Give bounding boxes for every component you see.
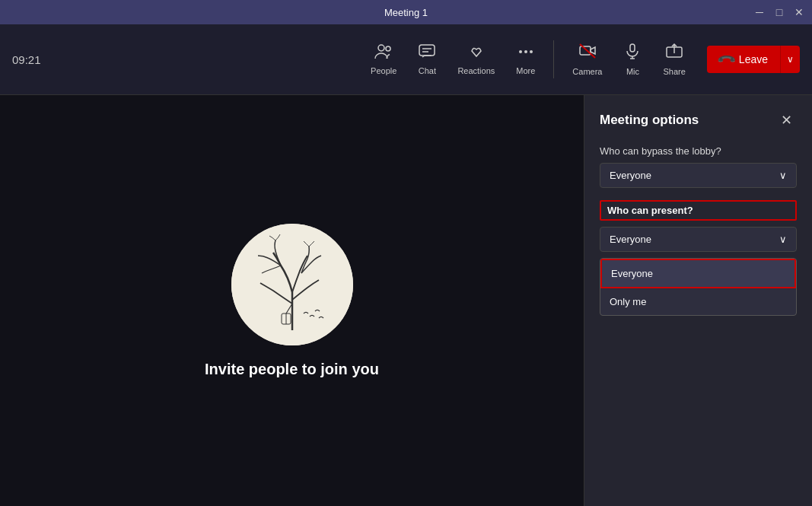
present-chevron-icon: ∨ — [779, 234, 787, 245]
reactions-label: Reactions — [457, 66, 495, 75]
toolbar-center-items: People Chat Reactions — [361, 38, 695, 81]
options-close-button[interactable]: ✕ — [776, 110, 797, 130]
svg-rect-10 — [630, 44, 635, 52]
svg-rect-8 — [580, 46, 591, 55]
maximize-button[interactable]: □ — [772, 5, 786, 19]
svg-point-5 — [519, 50, 522, 53]
invite-text: Invite people to join you — [205, 361, 379, 378]
lobby-value: Everyone — [610, 170, 651, 181]
toolbar-item-mic[interactable]: Mic — [614, 38, 651, 81]
people-label: People — [371, 66, 396, 75]
present-value: Everyone — [610, 234, 651, 245]
share-label: Share — [663, 67, 685, 76]
dropdown-option-everyone[interactable]: Everyone — [600, 259, 796, 288]
toolbar-item-camera[interactable]: Camera — [563, 38, 611, 81]
leave-button-group: 📞 Leave ∨ — [707, 46, 800, 73]
options-panel: Meeting options ✕ Who can bypass the lob… — [584, 95, 812, 506]
lobby-label: Who can bypass the lobby? — [600, 145, 797, 157]
avatar-circle — [231, 224, 353, 345]
window-controls: ─ □ ✕ — [753, 5, 806, 19]
svg-rect-2 — [419, 45, 435, 56]
leave-dropdown-button[interactable]: ∨ — [780, 46, 800, 73]
minimize-button[interactable]: ─ — [753, 5, 766, 19]
lobby-section: Who can bypass the lobby? Everyone ∨ — [600, 145, 797, 188]
toolbar-item-reactions[interactable]: Reactions — [448, 39, 504, 80]
people-icon — [374, 43, 393, 63]
avatar-art — [231, 224, 353, 345]
lobby-select[interactable]: Everyone ∨ — [600, 163, 797, 188]
svg-point-1 — [386, 46, 390, 51]
toolbar-separator — [553, 40, 554, 78]
present-select[interactable]: Everyone ∨ — [600, 227, 797, 252]
toolbar-item-people[interactable]: People — [361, 39, 406, 80]
toolbar-item-chat[interactable]: Chat — [409, 39, 445, 80]
svg-point-7 — [530, 50, 533, 53]
dropdown-option-only-me[interactable]: Only me — [600, 288, 796, 315]
present-dropdown-menu: Everyone Only me — [600, 258, 797, 316]
present-section: Who can present? Everyone ∨ Everyone Onl… — [600, 200, 797, 316]
window-title: Meeting 1 — [384, 7, 428, 18]
mic-icon — [623, 43, 642, 64]
toolbar: 09:21 People — [0, 24, 812, 95]
svg-point-0 — [378, 45, 384, 51]
close-button[interactable]: ✕ — [792, 5, 806, 19]
reactions-icon — [467, 43, 486, 63]
camera-label: Camera — [572, 67, 602, 76]
options-title: Meeting options — [600, 113, 699, 128]
leave-phone-icon: 📞 — [716, 49, 737, 70]
share-icon — [665, 43, 683, 64]
dropdown-option-everyone-label: Everyone — [611, 268, 653, 279]
more-icon — [517, 43, 535, 63]
mic-label: Mic — [626, 67, 639, 76]
dropdown-option-only-me-label: Only me — [610, 296, 646, 307]
camera-icon — [578, 43, 597, 64]
lobby-chevron-icon: ∨ — [779, 170, 787, 181]
svg-point-6 — [524, 50, 527, 53]
chat-icon — [418, 43, 436, 63]
toolbar-item-more[interactable]: More — [507, 39, 544, 80]
leave-button[interactable]: 📞 Leave — [707, 46, 780, 73]
chat-label: Chat — [419, 66, 436, 75]
leave-label: Leave — [739, 53, 768, 65]
meeting-time: 09:21 — [12, 53, 41, 66]
toolbar-item-share[interactable]: Share — [654, 38, 694, 81]
present-label: Who can present? — [600, 200, 797, 221]
more-label: More — [516, 66, 535, 75]
main-area: Invite people to join you Meeting option… — [0, 95, 812, 506]
video-area: Invite people to join you — [0, 95, 584, 506]
title-bar: Meeting 1 ─ □ ✕ — [0, 0, 812, 24]
chevron-down-icon: ∨ — [787, 54, 794, 65]
options-header: Meeting options ✕ — [600, 110, 797, 130]
